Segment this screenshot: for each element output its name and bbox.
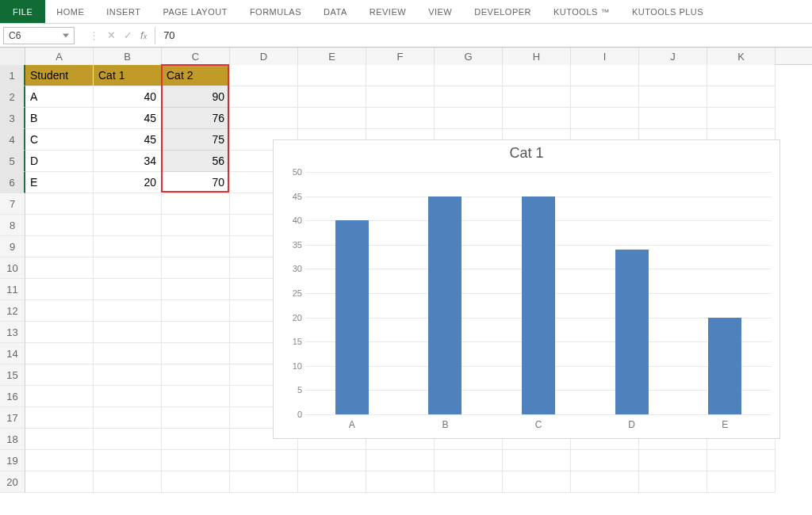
cell-C12[interactable]: [162, 300, 230, 322]
cell-A13[interactable]: [25, 322, 94, 343]
row-header-9[interactable]: 9: [0, 236, 25, 258]
cell-G19[interactable]: [435, 450, 503, 471]
fx-icon[interactable]: fx: [140, 29, 147, 41]
cell-B5[interactable]: 34: [94, 151, 162, 172]
cell-F20[interactable]: [366, 471, 435, 493]
cell-C2[interactable]: 90: [162, 86, 230, 108]
cell-B6[interactable]: 20: [94, 172, 162, 193]
chart-bar-A[interactable]: [335, 220, 369, 414]
cell-H1[interactable]: [503, 65, 571, 86]
cell-G3[interactable]: [435, 108, 503, 129]
cell-H3[interactable]: [503, 108, 571, 129]
row-header-8[interactable]: 8: [0, 215, 25, 236]
col-header-D[interactable]: D: [230, 48, 298, 65]
cell-C7[interactable]: [162, 193, 230, 215]
cell-D20[interactable]: [230, 471, 298, 493]
cell-J2[interactable]: [639, 86, 707, 108]
ribbon-tab-kutools-plus[interactable]: KUTOOLS PLUS: [621, 0, 714, 23]
cell-I1[interactable]: [571, 65, 639, 86]
cell-J3[interactable]: [639, 108, 707, 129]
cell-K3[interactable]: [707, 108, 776, 129]
cell-A8[interactable]: [25, 215, 94, 236]
cell-A2[interactable]: A: [25, 86, 94, 108]
cell-B1[interactable]: Cat 1: [94, 65, 162, 86]
cell-B7[interactable]: [94, 193, 162, 215]
cell-C18[interactable]: [162, 429, 230, 450]
cell-D2[interactable]: [230, 86, 298, 108]
cell-C3[interactable]: 76: [162, 108, 230, 129]
row-header-19[interactable]: 19: [0, 450, 25, 471]
cell-F19[interactable]: [366, 450, 435, 471]
cell-C15[interactable]: [162, 364, 230, 386]
row-header-12[interactable]: 12: [0, 300, 25, 322]
row-header-1[interactable]: 1: [0, 65, 25, 86]
cell-I3[interactable]: [571, 108, 639, 129]
ribbon-tab-formulas[interactable]: FORMULAS: [239, 0, 312, 23]
cell-K20[interactable]: [707, 471, 776, 493]
cell-C19[interactable]: [162, 450, 230, 471]
cell-J1[interactable]: [639, 65, 707, 86]
cancel-icon[interactable]: ✕: [107, 29, 116, 41]
cell-J20[interactable]: [639, 471, 707, 493]
cell-D1[interactable]: [230, 65, 298, 86]
cell-F1[interactable]: [366, 65, 435, 86]
cell-G1[interactable]: [435, 65, 503, 86]
cell-H20[interactable]: [503, 471, 571, 493]
spreadsheet-grid[interactable]: ABCDEFGHIJK 1234567891011121314151617181…: [0, 48, 812, 515]
cell-A12[interactable]: [25, 300, 94, 322]
cell-F3[interactable]: [366, 108, 435, 129]
row-header-20[interactable]: 20: [0, 471, 25, 493]
cell-C11[interactable]: [162, 279, 230, 300]
cell-C6[interactable]: 70: [162, 172, 230, 193]
cell-E20[interactable]: [298, 471, 366, 493]
cell-A17[interactable]: [25, 407, 94, 429]
cell-E3[interactable]: [298, 108, 366, 129]
more-icon[interactable]: ⋮: [89, 29, 99, 41]
row-header-11[interactable]: 11: [0, 279, 25, 300]
col-header-I[interactable]: I: [571, 48, 639, 65]
cell-B8[interactable]: [94, 215, 162, 236]
cell-G20[interactable]: [435, 471, 503, 493]
ribbon-tab-developer[interactable]: DEVELOPER: [463, 0, 542, 23]
col-header-B[interactable]: B: [94, 48, 162, 65]
cell-B20[interactable]: [94, 471, 162, 493]
row-header-3[interactable]: 3: [0, 108, 25, 129]
cell-A9[interactable]: [25, 236, 94, 258]
chart-bar-D[interactable]: [615, 250, 649, 414]
cell-A20[interactable]: [25, 471, 94, 493]
ribbon-tab-insert[interactable]: INSERT: [95, 0, 151, 23]
row-header-10[interactable]: 10: [0, 258, 25, 279]
row-header-7[interactable]: 7: [0, 193, 25, 215]
cell-I20[interactable]: [571, 471, 639, 493]
row-header-16[interactable]: 16: [0, 386, 25, 407]
enter-icon[interactable]: ✓: [124, 29, 132, 41]
chart-cat1[interactable]: Cat 1 05101520253035404550ABCDE: [273, 139, 780, 439]
cell-B17[interactable]: [94, 407, 162, 429]
formula-input[interactable]: 70: [155, 27, 202, 44]
cell-B13[interactable]: [94, 322, 162, 343]
cell-A16[interactable]: [25, 386, 94, 407]
ribbon-tab-data[interactable]: DATA: [312, 0, 358, 23]
select-all-triangle[interactable]: [0, 48, 25, 65]
cell-B19[interactable]: [94, 450, 162, 471]
cell-A6[interactable]: E: [25, 172, 94, 193]
col-header-K[interactable]: K: [707, 48, 776, 65]
cell-A14[interactable]: [25, 343, 94, 364]
cell-K19[interactable]: [707, 450, 776, 471]
row-header-2[interactable]: 2: [0, 86, 25, 108]
cell-B12[interactable]: [94, 300, 162, 322]
cell-A3[interactable]: B: [25, 108, 94, 129]
row-header-13[interactable]: 13: [0, 322, 25, 343]
cell-H19[interactable]: [503, 450, 571, 471]
cell-C4[interactable]: 75: [162, 129, 230, 151]
cell-A15[interactable]: [25, 364, 94, 386]
col-header-A[interactable]: A: [25, 48, 94, 65]
cell-G2[interactable]: [435, 86, 503, 108]
cell-I2[interactable]: [571, 86, 639, 108]
row-header-6[interactable]: 6: [0, 172, 25, 193]
cell-K2[interactable]: [707, 86, 776, 108]
col-header-J[interactable]: J: [639, 48, 707, 65]
cell-B14[interactable]: [94, 343, 162, 364]
cell-K1[interactable]: [707, 65, 776, 86]
cell-I19[interactable]: [571, 450, 639, 471]
